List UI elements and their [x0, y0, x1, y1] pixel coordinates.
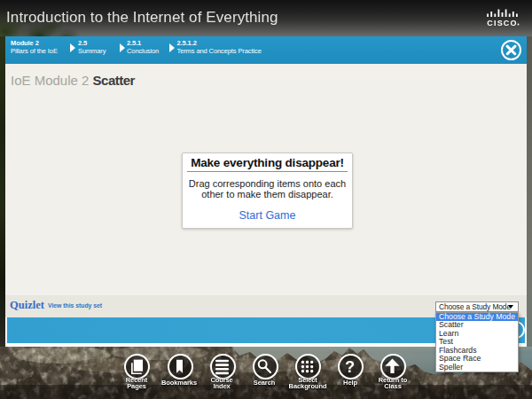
- svg-text:CISCO: CISCO: [487, 19, 518, 27]
- svg-text:?: ?: [345, 357, 355, 376]
